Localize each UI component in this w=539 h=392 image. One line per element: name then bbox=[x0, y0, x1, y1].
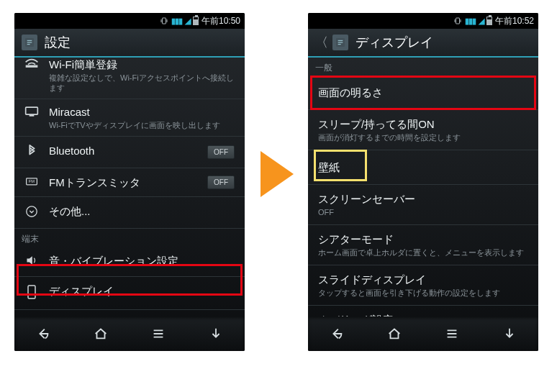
item-sound[interactable]: 音・バイブレーション設定 bbox=[14, 247, 245, 277]
item-wallpaper[interactable]: 壁紙 bbox=[308, 150, 538, 185]
settings-app-icon bbox=[22, 35, 37, 50]
signal-icon-2: ◢ bbox=[185, 17, 190, 26]
page-title: 設定 bbox=[45, 34, 71, 51]
bluetooth-icon bbox=[23, 145, 40, 160]
back-chevron-icon[interactable]: 〈 bbox=[315, 34, 328, 51]
page-title: ディスプレイ bbox=[355, 34, 433, 51]
section-device: 端末 bbox=[14, 229, 245, 247]
svg-rect-7 bbox=[28, 286, 35, 298]
item-miracast[interactable]: Miracast Wi-FiでTVやディスプレイに画面を映し出します bbox=[14, 99, 245, 137]
fm-icon: FM bbox=[23, 176, 40, 189]
item-illumination[interactable]: イルミネーション bbox=[14, 310, 245, 316]
status-clock: 午前10:52 bbox=[495, 15, 534, 27]
sublabel: タップすると画面を引き下げる動作の設定をします bbox=[318, 288, 528, 298]
nav-back-button[interactable] bbox=[26, 321, 60, 347]
label: スライドディスプレイ bbox=[318, 273, 528, 286]
miracast-icon bbox=[23, 106, 40, 120]
status-clock: 午前10:50 bbox=[201, 15, 240, 27]
display-icon bbox=[23, 285, 40, 302]
nav-home-button[interactable] bbox=[377, 321, 412, 347]
svg-rect-2 bbox=[26, 65, 38, 68]
item-slide[interactable]: スライドディスプレイ タップすると画面を引き下げる動作の設定をします bbox=[308, 265, 538, 306]
signal-icon: ▮▮▮ bbox=[171, 17, 182, 26]
sublabel: ホーム画面で卓上ホルダに置くと、メニューを表示します bbox=[318, 247, 528, 257]
label: Miracast bbox=[49, 105, 235, 119]
svg-rect-9 bbox=[456, 18, 459, 24]
fm-toggle[interactable]: OFF bbox=[207, 176, 235, 189]
vibrate-icon bbox=[453, 17, 462, 25]
item-display[interactable]: ディスプレイ bbox=[14, 277, 245, 310]
nav-bar bbox=[308, 316, 538, 351]
screenshot-display-settings: ▮▮▮ ◢ 午前10:52 〈 ディスプレイ 一般 画面の明るさ スリープ/持っ… bbox=[308, 13, 538, 351]
wifi-easy-icon bbox=[23, 58, 40, 71]
arrow-icon bbox=[261, 151, 294, 197]
settings-titlebar: 設定 bbox=[14, 29, 245, 58]
nav-recent-button[interactable] bbox=[435, 321, 469, 347]
expand-icon bbox=[23, 205, 40, 221]
label: 音・バイブレーション設定 bbox=[49, 254, 235, 268]
label: スクリーンセーバー bbox=[318, 192, 528, 206]
nav-recent-button[interactable] bbox=[141, 321, 176, 347]
label: 壁紙 bbox=[318, 160, 528, 174]
label: スリープ/持ってる間ON bbox=[318, 117, 528, 131]
settings-app-icon bbox=[332, 35, 348, 50]
item-bluetooth[interactable]: Bluetooth OFF bbox=[14, 137, 245, 168]
item-fm[interactable]: FM FMトランスミッタ OFF bbox=[14, 168, 245, 197]
item-screensaver[interactable]: スクリーンセーバー OFF bbox=[308, 185, 538, 225]
svg-text:FM: FM bbox=[29, 179, 35, 183]
signal-icon-2: ◢ bbox=[479, 17, 484, 26]
svg-rect-3 bbox=[26, 107, 38, 114]
signal-icon: ▮▮▮ bbox=[465, 17, 476, 26]
battery-icon bbox=[486, 17, 492, 25]
item-brightness[interactable]: 画面の明るさ bbox=[308, 76, 538, 110]
display-titlebar[interactable]: 〈 ディスプレイ bbox=[308, 29, 538, 58]
label: ディスプレイ bbox=[49, 284, 235, 298]
label: Bluetooth bbox=[49, 144, 199, 158]
display-list: 一般 画面の明るさ スリープ/持ってる間ON 画面が消灯するまでの時間を設定しま… bbox=[308, 58, 538, 316]
status-bar: ▮▮▮ ◢ 午前10:52 bbox=[308, 13, 538, 29]
nav-home-button[interactable] bbox=[83, 321, 118, 347]
status-bar: ▮▮▮ ◢ 午前10:50 bbox=[14, 13, 245, 29]
svg-rect-0 bbox=[162, 18, 166, 24]
nav-back-button[interactable] bbox=[320, 321, 354, 347]
item-wifi-easy[interactable]: Wi-Fi簡単登録 複雑な設定なしで、Wi-Fiアクセスポイントへ接続します bbox=[14, 58, 245, 99]
sublabel: Wi-FiでTVやディスプレイに画面を映し出します bbox=[49, 120, 235, 130]
nav-down-button[interactable] bbox=[492, 321, 527, 347]
battery-icon bbox=[193, 17, 199, 25]
item-sleep[interactable]: スリープ/持ってる間ON 画面が消灯するまでの時間を設定します bbox=[308, 110, 538, 150]
svg-point-6 bbox=[27, 206, 37, 216]
item-theater[interactable]: シアターモード ホーム画面で卓上ホルダに置くと、メニューを表示します bbox=[308, 225, 538, 265]
sublabel: 画面が消灯するまでの時間を設定します bbox=[318, 132, 528, 142]
settings-list: Wi-Fi簡単登録 複雑な設定なしで、Wi-Fiアクセスポイントへ接続します M… bbox=[14, 58, 245, 316]
screenshot-settings: ▮▮▮ ◢ 午前10:50 設定 Wi-Fi簡単登録 複雑な設定なしで、Wi-F… bbox=[14, 13, 245, 351]
nav-down-button[interactable] bbox=[199, 321, 233, 347]
sublabel: OFF bbox=[318, 207, 528, 217]
label: FMトランスミッタ bbox=[49, 176, 199, 189]
nav-bar bbox=[14, 316, 245, 351]
sublabel: 複雑な設定なしで、Wi-Fiアクセスポイントへ接続します bbox=[49, 73, 235, 93]
item-hover[interactable]: ホバリング設定 タッチパネルに触れずに端末の操作などが可能になります(対応機能の… bbox=[308, 306, 538, 316]
label: Wi-Fi簡単登録 bbox=[49, 58, 235, 71]
label: 画面の明るさ bbox=[318, 86, 528, 99]
label: その他... bbox=[49, 204, 235, 218]
item-other[interactable]: その他... bbox=[14, 197, 245, 229]
sound-icon bbox=[23, 255, 40, 269]
label: シアターモード bbox=[318, 232, 528, 246]
vibrate-icon bbox=[160, 17, 168, 25]
section-general: 一般 bbox=[308, 58, 538, 76]
bluetooth-toggle[interactable]: OFF bbox=[207, 145, 235, 159]
